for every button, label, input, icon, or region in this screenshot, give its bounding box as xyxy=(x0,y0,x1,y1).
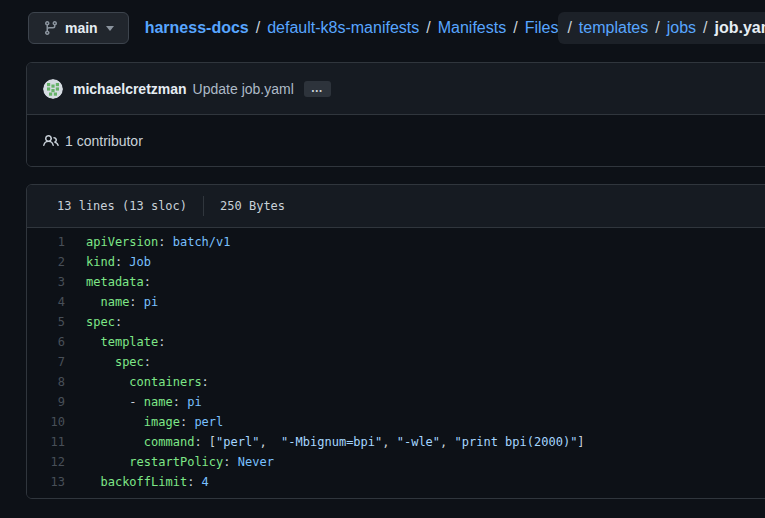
code-line-text: image: perl xyxy=(86,412,223,432)
code-line: 13 backoffLimit: 4 xyxy=(27,472,765,492)
code-line: 9 - name: pi xyxy=(27,392,765,412)
file-content-box: 13 lines (13 sloc) 250 Bytes 1apiVersion… xyxy=(26,184,765,499)
code-line-text: name: pi xyxy=(86,292,158,312)
avatar[interactable] xyxy=(43,79,63,99)
commit-message-link[interactable]: Update job.yaml xyxy=(193,81,294,97)
line-number[interactable]: 5 xyxy=(27,312,65,332)
line-number[interactable]: 8 xyxy=(27,372,65,392)
line-number[interactable]: 9 xyxy=(27,392,65,412)
code-line-text: spec: xyxy=(86,352,151,372)
breadcrumb-link-Manifests[interactable]: Manifests xyxy=(438,19,506,37)
code-line-text: metadata: xyxy=(86,272,151,292)
breadcrumb-separator: / xyxy=(249,19,267,37)
latest-commit-box: michaelcretzman Update job.yaml … 1 cont… xyxy=(26,62,765,167)
line-number[interactable]: 10 xyxy=(27,412,65,432)
breadcrumb-link-templates[interactable]: templates xyxy=(579,19,648,37)
code-line-text: kind: Job xyxy=(86,252,151,272)
branch-selector-button[interactable]: main xyxy=(28,12,129,44)
latest-commit-row: michaelcretzman Update job.yaml … xyxy=(27,63,765,115)
breadcrumb-separator: / xyxy=(506,19,524,37)
breadcrumb-link-default-k8s-manifests[interactable]: default-k8s-manifests xyxy=(267,19,419,37)
code-line: 2kind: Job xyxy=(27,252,765,272)
people-icon xyxy=(43,133,65,149)
code-line: 11 command: ["perl", "-Mbignum=bpi", "-w… xyxy=(27,432,765,452)
code-line-text: command: ["perl", "-Mbignum=bpi", "-wle"… xyxy=(86,432,585,452)
line-number[interactable]: 12 xyxy=(27,452,65,472)
code-line-text: - name: pi xyxy=(86,392,202,412)
code-line: 1apiVersion: batch/v1 xyxy=(27,232,765,252)
code-line: 4 name: pi xyxy=(27,292,765,312)
branch-name-label: main xyxy=(65,20,98,36)
code-line: 6 template: xyxy=(27,332,765,352)
breadcrumb-separator: / xyxy=(560,19,578,37)
code-line: 3metadata: xyxy=(27,272,765,292)
line-number[interactable]: 13 xyxy=(27,472,65,492)
top-bar: main harness-docs/default-k8s-manifests/… xyxy=(0,0,765,44)
breadcrumb-highlight: /templates/jobs/job.yaml xyxy=(558,12,765,44)
code-line-text: apiVersion: batch/v1 xyxy=(86,232,231,252)
contributors-link[interactable]: 1 contributor xyxy=(65,133,143,149)
file-lines-info: 13 lines (13 sloc) xyxy=(57,199,187,213)
breadcrumb: harness-docs/default-k8s-manifests/Manif… xyxy=(145,12,765,44)
code-line-text: containers: xyxy=(86,372,209,392)
code-line-text: template: xyxy=(86,332,165,352)
line-number[interactable]: 1 xyxy=(27,232,65,252)
git-branch-icon xyxy=(43,20,59,36)
line-number[interactable]: 7 xyxy=(27,352,65,372)
code-line: 10 image: perl xyxy=(27,412,765,432)
chevron-down-icon xyxy=(106,26,114,31)
code-lines: 1apiVersion: batch/v12kind: Job3metadata… xyxy=(27,228,765,498)
line-number[interactable]: 6 xyxy=(27,332,65,352)
code-line: 7 spec: xyxy=(27,352,765,372)
file-size-label: 250 Bytes xyxy=(220,199,285,213)
line-number[interactable]: 3 xyxy=(27,272,65,292)
breadcrumb-link-Files[interactable]: Files xyxy=(525,19,559,37)
file-meta-header: 13 lines (13 sloc) 250 Bytes xyxy=(27,185,765,228)
breadcrumb-separator: / xyxy=(696,19,714,37)
code-line-text: spec: xyxy=(86,312,122,332)
commit-author-link[interactable]: michaelcretzman xyxy=(73,81,187,97)
line-number[interactable]: 2 xyxy=(27,252,65,272)
breadcrumb-separator: / xyxy=(419,19,437,37)
breadcrumb-link-jobs[interactable]: jobs xyxy=(667,19,696,37)
breadcrumb-link-harness-docs[interactable]: harness-docs xyxy=(145,19,249,37)
file-meta-divider xyxy=(203,196,204,216)
contributors-row: 1 contributor xyxy=(27,115,765,166)
code-line-text: restartPolicy: Never xyxy=(86,452,274,472)
breadcrumb-current-file: job.yaml xyxy=(715,19,765,37)
commit-ellipsis-button[interactable]: … xyxy=(304,81,331,97)
breadcrumb-separator: / xyxy=(648,19,666,37)
code-line: 8 containers: xyxy=(27,372,765,392)
code-line-text: backoffLimit: 4 xyxy=(86,472,209,492)
line-number[interactable]: 4 xyxy=(27,292,65,312)
line-number[interactable]: 11 xyxy=(27,432,65,452)
code-line: 12 restartPolicy: Never xyxy=(27,452,765,472)
code-line: 5spec: xyxy=(27,312,765,332)
